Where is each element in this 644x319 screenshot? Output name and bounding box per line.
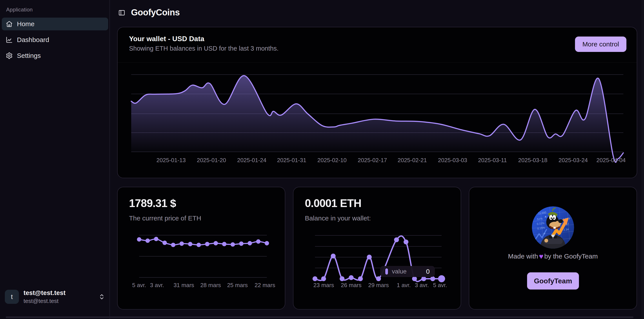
user-meta: test@test.test test@test.test: [24, 289, 66, 304]
sidebar: Application Home Dashboard Settings: [0, 0, 110, 319]
wallet-balance-label: Balance in your wallet:: [305, 214, 371, 222]
balance-chart[interactable]: [312, 228, 446, 287]
sidebar-item-dashboard[interactable]: Dashboard: [2, 34, 108, 46]
tooltip-series-pill: [385, 268, 388, 274]
user-name: test@test.test: [24, 289, 66, 296]
chart-line-icon: [6, 36, 13, 43]
house-icon: [6, 21, 13, 28]
goofyteam-button[interactable]: GoofyTeam: [527, 272, 579, 289]
tooltip-value: 0: [426, 268, 430, 275]
tooltip-label: value: [392, 268, 406, 275]
purple-heart-icon: ♥: [538, 252, 544, 260]
caption-prefix: Made with: [508, 252, 538, 260]
chevrons-up-down-icon: [98, 293, 105, 300]
goofycoins-app: Application Home Dashboard Settings: [0, 0, 644, 319]
wallet-area-chart[interactable]: [123, 66, 632, 165]
page-title: GoofyCoins: [131, 8, 180, 17]
card-header-divider: [118, 62, 637, 63]
user-menu-trigger[interactable]: t test@test.test test@test.test: [3, 288, 107, 306]
sidebar-section-label: Application: [6, 7, 33, 13]
goofy-avatar-image: 11.5601.963.02872.340.11%.51%0.15%N/A: [532, 206, 574, 249]
horizontal-scrollbar-thumb[interactable]: [6, 316, 634, 318]
user-email: test@test.test: [24, 298, 66, 304]
sidebar-item-home[interactable]: Home: [2, 18, 108, 30]
sidebar-toggle-icon[interactable]: [118, 9, 125, 16]
wallet-card-subtitle: Showing ETH balances in USD for the last…: [129, 45, 278, 52]
eth-price-label: The current price of ETH: [129, 214, 201, 222]
gear-icon: [6, 52, 13, 59]
sidebar-item-settings[interactable]: Settings: [2, 49, 108, 62]
caption-suffix: by the GoofyTeam: [544, 252, 598, 260]
sidebar-item-label: Home: [17, 20, 34, 28]
more-control-button[interactable]: More control: [575, 37, 626, 52]
wallet-card-title: Your wallet - USD Data: [129, 35, 204, 43]
vertical-scrollbar-track[interactable]: [641, 0, 644, 319]
eth-price-chart[interactable]: [136, 229, 270, 284]
chart-tooltip: value 0: [380, 266, 435, 277]
user-avatar: t: [5, 290, 19, 304]
eth-price-value: 1789.31 $: [129, 197, 176, 210]
sidebar-item-label: Settings: [17, 52, 41, 59]
team-caption: Made with♥by the GoofyTeam: [469, 252, 637, 261]
sidebar-item-label: Dashboard: [17, 36, 49, 44]
wallet-balance-value: 0.0001 ETH: [305, 197, 361, 210]
sidebar-nav: Home Dashboard Settings: [2, 18, 108, 62]
